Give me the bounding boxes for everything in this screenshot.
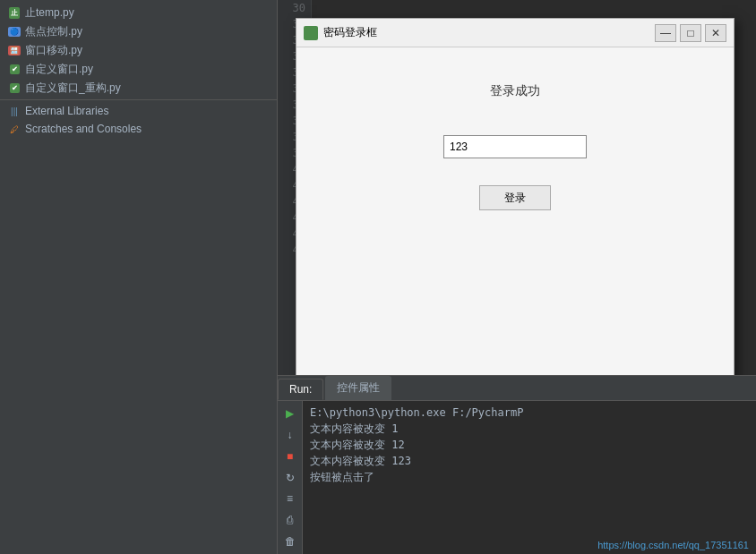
- tree-label: 窗口移动.py: [25, 43, 82, 58]
- settings-button[interactable]: ≡: [281, 490, 299, 507]
- bottom-panel: Run: 控件属性 ▶ ↓ ■ ↻ ≡ ⎙ 🗑 E:\python3\pytho…: [278, 375, 756, 554]
- py-icon: 止: [7, 6, 21, 21]
- sidebar-item-focus-py[interactable]: 🔵 焦点控制.py: [0, 22, 277, 41]
- tree-label: 自定义窗口.py: [25, 62, 93, 77]
- modal-body: 登录成功 登录: [296, 47, 734, 375]
- editor-area: 30 31 32 33 34 35 36 37 38 39 40 41 42 4…: [278, 0, 756, 375]
- output-line-4: 按钮被点击了: [310, 469, 749, 485]
- cmd-line: E:\python3\python.exe F:/PycharmP: [310, 405, 749, 421]
- sidebar-item-scratches[interactable]: 🖊 Scratches and Consoles: [0, 120, 277, 138]
- run-play-button[interactable]: ▶: [281, 405, 299, 422]
- py-icon: 🪟: [7, 44, 21, 58]
- py-icon: ✔: [7, 81, 21, 96]
- separator: [0, 99, 277, 100]
- py-icon: 🔵: [7, 25, 21, 39]
- tree-label: Scratches and Consoles: [25, 123, 142, 135]
- sidebar-item-window-move[interactable]: 🪟 窗口移动.py: [0, 41, 277, 60]
- output-line-1: 文本内容被改变 1: [310, 421, 749, 437]
- tree-label: 止temp.py: [25, 5, 74, 21]
- sidebar-tree: 止 止temp.py 🔵 焦点控制.py 🪟 窗口移动.py ✔ 自定义窗口.p…: [0, 0, 277, 554]
- modal-title-text: 密码登录框: [323, 25, 655, 40]
- modal-controls: — □ ✕: [655, 24, 726, 42]
- modal-login-button[interactable]: 登录: [479, 185, 551, 210]
- modal-dialog: 密码登录框 — □ ✕ 登录成功 登录: [296, 18, 735, 375]
- bottom-tabs: Run: 控件属性: [278, 376, 756, 401]
- close-button[interactable]: ✕: [705, 24, 726, 42]
- maximize-button[interactable]: □: [680, 24, 701, 42]
- rerun-button[interactable]: ↻: [281, 469, 299, 487]
- bottom-left-icons: ▶ ↓ ■ ↻ ≡ ⎙ 🗑: [278, 401, 303, 554]
- scroll-down-button[interactable]: ↓: [281, 426, 299, 444]
- run-output: E:\python3\python.exe F:/PycharmP 文本内容被改…: [303, 401, 756, 554]
- output-line-3: 文本内容被改变 123: [310, 453, 749, 469]
- tab-run[interactable]: Run:: [278, 379, 323, 400]
- scratch-icon: 🖊: [7, 122, 21, 136]
- tree-label: External Libraries: [25, 105, 108, 117]
- tab-props[interactable]: 控件属性: [325, 376, 391, 400]
- stop-button[interactable]: ■: [281, 447, 299, 465]
- modal-status-text: 登录成功: [490, 83, 540, 99]
- ide-layout: 止 止temp.py 🔵 焦点控制.py 🪟 窗口移动.py ✔ 自定义窗口.p…: [0, 0, 756, 554]
- modal-overlay: 密码登录框 — □ ✕ 登录成功 登录: [278, 0, 756, 375]
- sidebar-item-custom-window2[interactable]: ✔ 自定义窗口_重构.py: [0, 79, 277, 98]
- tree-label: 自定义窗口_重构.py: [25, 81, 121, 96]
- sidebar-item-temp-py[interactable]: 止 止temp.py: [0, 4, 277, 22]
- sidebar: 止 止temp.py 🔵 焦点控制.py 🪟 窗口移动.py ✔ 自定义窗口.p…: [0, 0, 278, 554]
- bottom-link: https://blog.csdn.net/qq_17351161: [597, 540, 749, 550]
- trash-button[interactable]: 🗑: [281, 533, 299, 550]
- sidebar-item-external-libs[interactable]: ||| External Libraries: [0, 102, 277, 120]
- sidebar-item-custom-window[interactable]: ✔ 自定义窗口.py: [0, 60, 277, 79]
- minimize-button[interactable]: —: [655, 24, 676, 42]
- bottom-content: ▶ ↓ ■ ↻ ≡ ⎙ 🗑 E:\python3\python.exe F:/P…: [278, 401, 756, 554]
- print-button[interactable]: ⎙: [281, 511, 299, 529]
- modal-password-input[interactable]: [443, 135, 587, 158]
- modal-title-bar: 密码登录框 — □ ✕: [296, 19, 734, 47]
- modal-title-icon: [304, 26, 318, 40]
- tree-label: 焦点控制.py: [25, 24, 82, 39]
- py-icon: ✔: [7, 63, 21, 77]
- output-line-2: 文本内容被改变 12: [310, 437, 749, 453]
- external-libs-icon: |||: [7, 104, 21, 118]
